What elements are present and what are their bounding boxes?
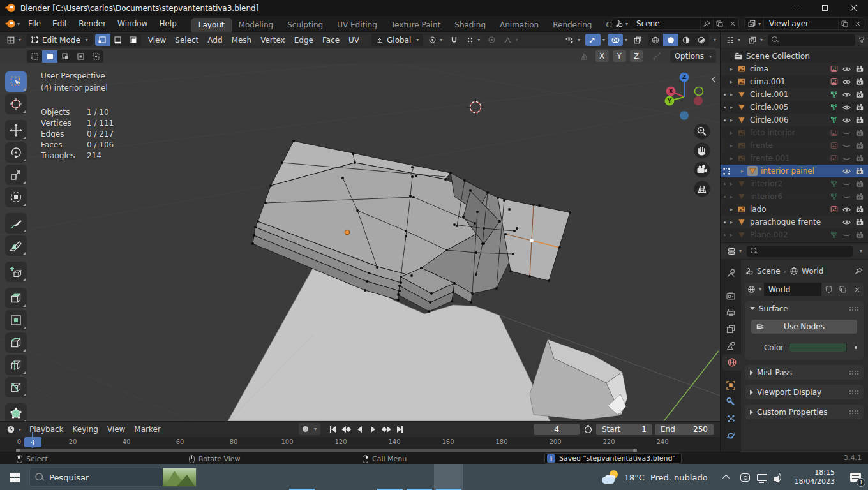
start-button[interactable] bbox=[0, 464, 29, 490]
tray-network-icon[interactable] bbox=[754, 464, 770, 490]
workspace-tab-texture-paint[interactable]: Texture Paint bbox=[384, 18, 447, 32]
disable-render-toggle[interactable] bbox=[854, 192, 865, 201]
menu-window[interactable]: Window bbox=[112, 16, 153, 31]
taskbar-app-edge[interactable] bbox=[228, 464, 258, 490]
taskbar-app-task-view[interactable] bbox=[199, 464, 228, 490]
pan-hand-button[interactable] bbox=[694, 143, 710, 159]
panel-mist-pass[interactable]: Mist Pass bbox=[745, 365, 864, 380]
tray-meet-icon[interactable] bbox=[737, 464, 754, 490]
shading-wireframe-button[interactable] bbox=[648, 34, 663, 46]
expand-arrow[interactable]: ▸ bbox=[728, 142, 735, 149]
outliner-item-circle-006[interactable]: ▸ Circle.006 bbox=[721, 114, 868, 126]
mirror-y-button[interactable]: Y bbox=[613, 50, 626, 62]
scene-selector[interactable]: ▾ Scene bbox=[611, 17, 739, 30]
properties-search-input[interactable] bbox=[747, 246, 853, 257]
pivot-point-selector[interactable]: ▾ bbox=[426, 34, 445, 46]
gizmo-axis-neg-z[interactable] bbox=[680, 111, 689, 120]
properties-tab-view-layer[interactable] bbox=[721, 321, 741, 338]
taskbar-app-spotify[interactable] bbox=[346, 464, 375, 490]
options-dropdown[interactable]: Options▾ bbox=[670, 50, 716, 63]
hide-viewport-toggle[interactable] bbox=[841, 218, 852, 227]
disable-render-toggle[interactable] bbox=[854, 141, 865, 150]
disable-render-toggle[interactable] bbox=[854, 230, 865, 239]
selected-vertex[interactable] bbox=[530, 239, 534, 242]
disable-render-toggle[interactable] bbox=[854, 218, 865, 226]
taskbar-app-discord[interactable] bbox=[405, 464, 434, 490]
timeline-editor-type-button[interactable]: ▾ bbox=[4, 424, 24, 436]
tool-move[interactable] bbox=[5, 120, 27, 140]
select-set-button[interactable] bbox=[27, 50, 42, 63]
next-keyframe-button[interactable] bbox=[380, 423, 393, 435]
outliner-item-cima[interactable]: ▸ cima bbox=[721, 63, 868, 75]
proportional-falloff-selector[interactable]: ▾ bbox=[501, 34, 520, 46]
expand-arrow[interactable]: ▸ bbox=[728, 193, 735, 200]
breadcrumb-scene[interactable]: Scene bbox=[757, 267, 781, 276]
tool-scale[interactable] bbox=[5, 165, 27, 185]
properties-editor-type-button[interactable]: ▾ bbox=[724, 245, 744, 257]
menu-render[interactable]: Render bbox=[73, 16, 112, 31]
object-type-visibility-button[interactable]: ▾ bbox=[562, 34, 583, 46]
funnel-icon[interactable] bbox=[858, 36, 865, 44]
properties-options-button[interactable]: ▾ bbox=[855, 245, 865, 257]
remove-view-layer-button[interactable] bbox=[851, 18, 864, 29]
workspace-tab-compositing[interactable]: Compositing bbox=[599, 18, 611, 32]
outliner-item-frente[interactable]: ▸ frente bbox=[721, 139, 868, 152]
tool-loop-cut[interactable] bbox=[5, 355, 27, 375]
viewport-menu-select[interactable]: Select bbox=[170, 36, 203, 45]
edge-select-mode-button[interactable] bbox=[110, 34, 126, 46]
select-subtract-button[interactable] bbox=[57, 50, 73, 63]
expand-arrow[interactable]: ▸ bbox=[728, 104, 735, 110]
viewport-menu-view[interactable]: View bbox=[144, 36, 170, 45]
outliner-display-mode-button[interactable]: ▾ bbox=[723, 34, 743, 46]
new-view-layer-button[interactable] bbox=[838, 18, 851, 29]
blender-menu-button[interactable]: ▾ bbox=[0, 20, 22, 28]
panel-custom-properties[interactable]: Custom Properties bbox=[745, 405, 864, 419]
gizmo-axis-neg-x[interactable] bbox=[694, 96, 703, 105]
workspace-tab-rendering[interactable]: Rendering bbox=[546, 18, 599, 32]
outliner-item-plane-002[interactable]: ▸ Plane.002 bbox=[721, 228, 868, 241]
workspace-tab-sculpting[interactable]: Sculpting bbox=[280, 18, 330, 32]
viewport-canvas[interactable]: X Y Z bbox=[0, 64, 720, 421]
outliner-filter-button[interactable]: ▾ bbox=[745, 34, 765, 46]
zoom-button[interactable] bbox=[694, 124, 710, 140]
tool-cursor[interactable] bbox=[5, 94, 27, 114]
properties-tab-render[interactable] bbox=[721, 288, 741, 304]
tool-select-box[interactable] bbox=[5, 71, 27, 92]
current-frame-field[interactable]: 4 bbox=[534, 424, 580, 435]
workspace-tab-uv-editing[interactable]: UV Editing bbox=[330, 18, 384, 32]
tool-measure[interactable] bbox=[5, 235, 27, 256]
properties-tab-scene[interactable] bbox=[721, 338, 741, 354]
proportional-editing-toggle[interactable] bbox=[485, 34, 498, 46]
tool-transform[interactable] bbox=[5, 187, 27, 207]
xray-toggle[interactable] bbox=[630, 34, 645, 46]
outliner-item-foto-interior[interactable]: ▸ foto interior bbox=[721, 126, 868, 139]
world-name-field[interactable]: World bbox=[764, 283, 821, 296]
play-button[interactable] bbox=[367, 423, 379, 435]
mirror-x-button[interactable]: X bbox=[595, 50, 609, 62]
use-nodes-button[interactable]: Use Nodes bbox=[751, 320, 857, 334]
prev-keyframe-button[interactable] bbox=[340, 423, 352, 435]
hide-viewport-toggle[interactable] bbox=[841, 77, 852, 87]
show-overlays-toggle[interactable] bbox=[608, 34, 623, 46]
snap-toggle[interactable] bbox=[447, 34, 461, 46]
frame-start-field[interactable]: Start1 bbox=[596, 424, 652, 435]
expand-arrow[interactable]: ▸ bbox=[728, 117, 735, 123]
outliner-item-circle-001[interactable]: ▸ Circle.001 bbox=[721, 88, 868, 101]
expand-arrow[interactable]: ▸ bbox=[739, 168, 745, 174]
mirror-icon[interactable] bbox=[577, 50, 592, 63]
pin-id-button[interactable] bbox=[855, 267, 864, 276]
properties-tab-modifiers[interactable] bbox=[721, 394, 741, 410]
hide-viewport-toggle[interactable] bbox=[841, 90, 852, 100]
hide-viewport-toggle[interactable] bbox=[841, 192, 852, 202]
proportional-size-icon[interactable] bbox=[650, 50, 664, 63]
shading-rendered-button[interactable] bbox=[694, 34, 709, 46]
select-extend-button[interactable] bbox=[42, 50, 57, 63]
disable-render-toggle[interactable] bbox=[854, 128, 865, 137]
frame-end-field[interactable]: End250 bbox=[655, 424, 714, 435]
hide-viewport-toggle[interactable] bbox=[841, 103, 852, 112]
disable-render-toggle[interactable] bbox=[854, 77, 865, 86]
fake-user-toggle[interactable] bbox=[822, 283, 835, 296]
auto-keying-toggle[interactable]: ▾ bbox=[299, 423, 320, 435]
outliner-item-lado[interactable]: ▸ lado bbox=[721, 203, 868, 216]
viewport-menu-face[interactable]: Face bbox=[318, 36, 344, 45]
